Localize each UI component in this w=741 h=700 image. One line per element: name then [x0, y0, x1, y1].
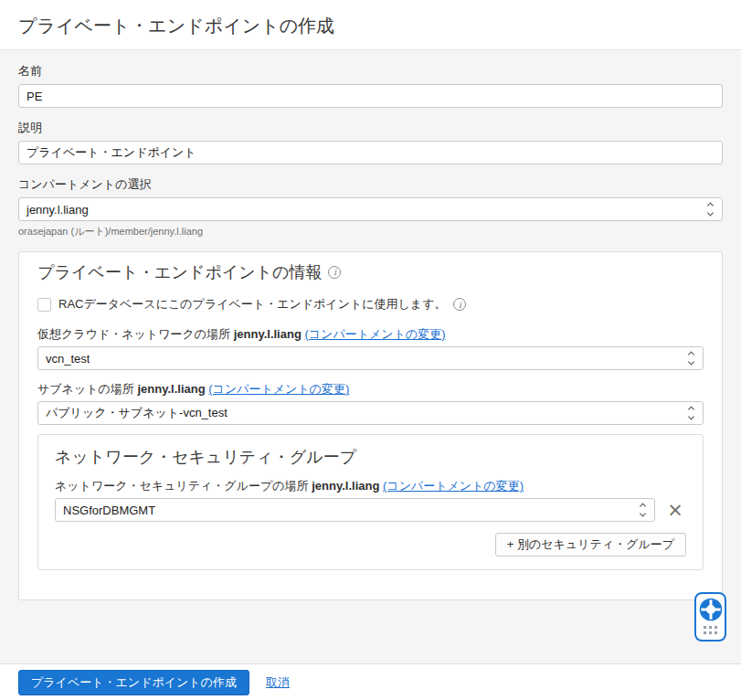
compartment-select-value: jenny.l.liang — [26, 203, 89, 217]
vcn-select-value: vcn_test — [46, 352, 90, 366]
subnet-select[interactable]: パブリック・サブネット-vcn_test — [37, 401, 704, 425]
name-input[interactable] — [18, 84, 723, 108]
nsg-button-row: + 別のセキュリティ・グループ — [55, 533, 686, 557]
subnet-compartment-name: jenny.l.liang — [137, 382, 205, 396]
nsg-change-compartment-link[interactable]: (コンパートメントの変更) — [383, 479, 524, 493]
nsg-section-title: ネットワーク・セキュリティ・グループ — [55, 446, 686, 468]
nsg-label-prefix: ネットワーク・セキュリティ・グループの場所 — [55, 479, 309, 493]
nsg-select-value: NSGforDBMGMT — [63, 504, 155, 517]
drag-dots-icon — [704, 626, 717, 634]
nsg-compartment-name: jenny.l.liang — [312, 479, 379, 493]
rac-info-icon[interactable]: i — [453, 298, 466, 311]
rac-checkbox-label: RACデータベースにこのプライベート・エンドポイントに使用します。 — [58, 296, 446, 313]
subnet-label: サブネットの場所 jenny.l.liang (コンパートメントの変更) — [37, 382, 704, 397]
chevron-updown-icon — [640, 504, 645, 516]
rac-checkbox-row: RACデータベースにこのプライベート・エンドポイントに使用します。 i — [37, 296, 704, 313]
compartment-path-helper: orasejapan (ルート)/member/jenny.l.liang — [18, 225, 723, 239]
subnet-select-value: パブリック・サブネット-vcn_test — [46, 405, 228, 421]
add-security-group-button[interactable]: + 別のセキュリティ・グループ — [495, 533, 686, 557]
cancel-link[interactable]: 取消 — [266, 674, 290, 691]
form-body: 名前 説明 コンパートメントの選択 jenny.l.liang orasejap… — [0, 50, 741, 600]
subnet-change-compartment-link[interactable]: (コンパートメントの変更) — [208, 382, 349, 396]
section-title: プライベート・エンドポイントの情報 — [37, 261, 322, 283]
remove-nsg-button[interactable]: × — [664, 499, 686, 521]
description-label: 説明 — [18, 121, 723, 135]
nsg-label: ネットワーク・セキュリティ・グループの場所 jenny.l.liang (コンパ… — [55, 479, 686, 493]
chevron-updown-icon — [689, 353, 693, 365]
network-security-groups-section: ネットワーク・セキュリティ・グループ ネットワーク・セキュリティ・グループの場所… — [37, 434, 704, 570]
nsg-select-row: NSGforDBMGMT × — [55, 498, 686, 522]
page-title: プライベート・エンドポイントの作成 — [18, 14, 723, 38]
subnet-label-prefix: サブネットの場所 — [37, 382, 134, 396]
vcn-compartment-name: jenny.l.liang — [234, 327, 302, 341]
section-title-row: プライベート・エンドポイントの情報 i — [37, 261, 704, 283]
dialog-footer: プライベート・エンドポイントの作成 取消 — [0, 663, 741, 700]
dialog-header: プライベート・エンドポイントの作成 — [0, 0, 741, 50]
create-private-endpoint-button[interactable]: プライベート・エンドポイントの作成 — [18, 670, 249, 695]
rac-checkbox[interactable] — [37, 298, 51, 312]
vcn-select[interactable]: vcn_test — [37, 346, 704, 370]
info-icon[interactable]: i — [328, 266, 341, 279]
description-field-group: 説明 — [18, 121, 723, 164]
compartment-label: コンパートメントの選択 — [18, 177, 723, 192]
help-launcher[interactable] — [694, 592, 726, 642]
private-endpoint-info-section: プライベート・エンドポイントの情報 i RACデータベースにこのプライベート・エ… — [18, 251, 723, 600]
lifebuoy-icon — [699, 598, 723, 621]
name-label: 名前 — [18, 64, 723, 79]
vcn-label: 仮想クラウド・ネットワークの場所 jenny.l.liang (コンパートメント… — [37, 327, 704, 342]
chevron-updown-icon — [689, 408, 693, 419]
name-field-group: 名前 — [18, 64, 723, 108]
compartment-field-group: コンパートメントの選択 jenny.l.liang orasejapan (ルー… — [18, 177, 723, 239]
description-input[interactable] — [18, 141, 723, 164]
vcn-change-compartment-link[interactable]: (コンパートメントの変更) — [304, 327, 445, 341]
vcn-label-prefix: 仮想クラウド・ネットワークの場所 — [37, 327, 230, 341]
nsg-select[interactable]: NSGforDBMGMT — [55, 498, 655, 522]
compartment-select[interactable]: jenny.l.liang — [18, 197, 723, 221]
chevron-updown-icon — [708, 204, 713, 216]
